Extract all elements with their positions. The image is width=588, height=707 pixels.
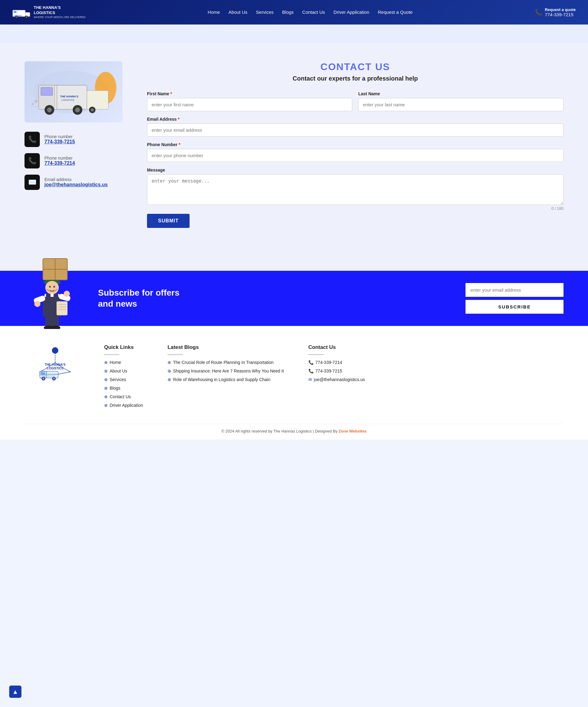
message-group: Message 0 / 180 [147,168,563,211]
svg-point-25 [34,100,38,103]
svg-rect-27 [31,106,39,107]
svg-point-26 [32,103,34,105]
message-label: Message [147,168,563,172]
footer-link-about: ⊕About Us [104,369,143,373]
svg-text:THE HANNA'S: THE HANNA'S [60,95,78,98]
nav-services[interactable]: Services [256,9,274,15]
contact-section-title: CONTACT US [147,61,563,73]
nav-contact[interactable]: Contact Us [302,9,325,15]
submit-button[interactable]: SUBMIT [147,214,189,228]
blog-2-icon: ⊕ [168,369,171,373]
footer-divider-3 [308,354,324,355]
svg-text:LOGISTICS: LOGISTICS [47,367,63,370]
email-icon: ✉️ [25,175,40,190]
subscribe-section: Subscribe for offers and news SUBSCRIBE [0,271,588,326]
footer-contact-phone2: 📞 774-339-7215 [308,369,365,373]
svg-point-17 [47,107,52,112]
nav-phone-number: 774-339-7215 [545,12,576,17]
footer-link-driver: ⊕Driver Application [104,403,143,408]
subscribe-email-input[interactable] [465,283,563,297]
quick-links-title: Quick Links [104,344,143,350]
phone-group: Phone Number * [147,142,563,162]
first-name-input[interactable] [147,98,352,111]
email-input[interactable] [147,124,563,137]
svg-text:LOGISTICS: LOGISTICS [14,17,19,18]
first-name-label: First Name * [147,91,352,96]
pre-subscribe-spacer [0,246,588,271]
svg-rect-63 [41,374,58,375]
nav-request-quote: 📞 Request a quote 774-339-7215 [535,7,576,17]
truck-illustration-svg: THE HANNA'S LOGISTICS [31,66,116,117]
footer-blog-1: ⊕ The Crucial Role of Route Planning In … [168,360,284,365]
phone-2-icon: 📞 [25,153,40,168]
nav-driver[interactable]: Driver Application [334,9,369,15]
phone-number-label: Phone Number * [147,142,563,147]
nav-blogs[interactable]: Blogs [282,9,294,15]
subscribe-text-block: Subscribe for offers and news [98,287,190,310]
footer-contact-title: Contact Us [308,344,365,350]
nav-quote[interactable]: Request a Quote [378,9,413,15]
logo-text: THE HANNA'S LOGISTICS WHERE YOUR NEEDS A… [34,5,85,19]
nav-home[interactable]: Home [208,9,220,15]
svg-text:LOGISTICS: LOGISTICS [62,99,74,101]
blogs-title: Latest Blogs [168,344,284,350]
svg-point-42 [34,301,40,307]
svg-point-35 [53,286,55,288]
footer-link-home: ⊕Home [104,360,143,365]
nav-phone-icon: 📞 [535,8,542,16]
contact-phone-1: 📞 Phone number 774-339-7215 [25,132,129,147]
last-name-label: Last Name [358,91,563,96]
phone-2-label: Phone number [44,156,75,161]
last-name-input[interactable] [358,98,563,111]
footer-divider-2 [168,354,183,355]
blog-3-icon: ⊕ [168,377,171,382]
truck-illustration: THE HANNA'S LOGISTICS [25,61,123,123]
svg-point-34 [49,286,51,288]
footer-contact-email: ✉ joe@thehannaslogistics.us [308,377,365,382]
svg-rect-2 [14,11,16,13]
footer-quick-links: Quick Links ⊕Home ⊕About Us ⊕Services ⊕B… [104,344,143,411]
phone-input[interactable] [147,149,563,162]
delivery-guy-svg [25,249,80,329]
blog-1-icon: ⊕ [168,360,171,365]
footer-columns: Quick Links ⊕Home ⊕About Us ⊕Services ⊕B… [104,344,563,411]
nav-about[interactable]: About Us [229,9,247,15]
footer-main: THE HANNA'S LOGISTICS WHERE YOUR NEEDS Q… [25,344,563,411]
svg-point-62 [53,378,55,379]
phone-1-label: Phone number [44,134,75,139]
svg-point-7 [26,16,27,18]
designer-link[interactable]: Zone Websites [339,429,367,433]
message-textarea[interactable] [147,174,563,205]
svg-text:THE HANNA'S: THE HANNA'S [14,15,22,16]
footer-contact: Contact Us 📞 774-339-7214 📞 774-339-7215… [308,344,365,411]
phone-1-icon: 📞 [25,132,40,147]
svg-point-22 [91,108,94,111]
footer-divider-1 [104,354,119,355]
email-address-label: Email Address * [147,117,563,122]
footer-blog-2: ⊕ Shipping Insurance: Here Are 7 Reasons… [168,369,284,373]
footer-blogs: Latest Blogs ⊕ The Crucial Role of Route… [168,344,284,411]
contact-phone-2: 📞 Phone number 774-339-7214 [25,153,129,168]
nav-links: Home About Us Services Blogs Contact Us … [208,9,413,15]
phone-2-value: 774-339-7214 [44,161,75,166]
footer-phone-2-icon: 📞 [308,369,314,373]
navbar: THE HANNA'S LOGISTICS THE HANNA'S LOGIST… [0,0,588,25]
svg-text:WHERE YOUR NEEDS: WHERE YOUR NEEDS [39,376,56,377]
first-name-required: * [170,91,172,96]
logo-truck-icon: THE HANNA'S LOGISTICS [12,5,31,19]
nav-logo: THE HANNA'S LOGISTICS THE HANNA'S LOGIST… [12,5,85,19]
phone-1-value: 774-339-7215 [44,139,75,144]
footer-blog-3: ⊕ Role of Warehousing in Logistics and S… [168,377,284,382]
svg-rect-20 [87,91,108,109]
email-label: Email address [44,177,108,182]
svg-rect-38 [46,294,50,303]
footer-phone-1-icon: 📞 [308,360,314,365]
subscribe-button[interactable]: SUBSCRIBE [465,300,563,314]
footer-link-blogs: ⊕Blogs [104,386,143,391]
footer-copyright: © 2024 All rights reserved by The Hannas… [25,424,563,433]
subscribe-form: SUBSCRIBE [465,283,563,314]
footer-logo-area: THE HANNA'S LOGISTICS WHERE YOUR NEEDS [25,344,86,411]
hero-spacer [0,25,588,43]
contact-left-panel: THE HANNA'S LOGISTICS 📞 Phone number 774… [25,61,129,190]
contact-info-list: 📞 Phone number 774-339-7215 📞 Phone numb… [25,132,129,190]
